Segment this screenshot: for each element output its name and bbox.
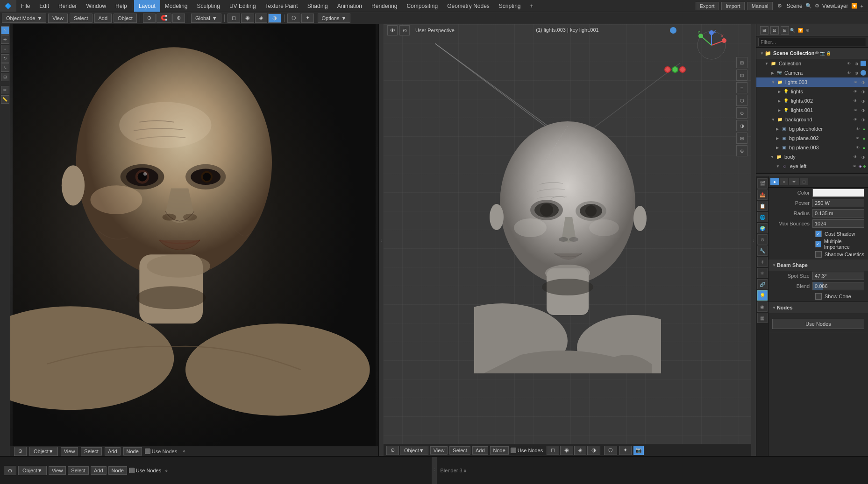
prop-view-layer-btn[interactable]: 📋: [757, 201, 768, 211]
spot-light-tab[interactable]: ●: [770, 178, 779, 185]
camera-arrow[interactable]: [771, 71, 774, 75]
tool-move[interactable]: ↔: [1, 45, 9, 53]
bottom-split[interactable]: ⋮: [432, 457, 437, 484]
sc-render-icon[interactable]: 📷: [820, 51, 825, 56]
bl-select-btn[interactable]: Select: [68, 466, 89, 475]
body-arrow[interactable]: [770, 155, 774, 159]
sun-light-tab[interactable]: ☀: [789, 178, 799, 185]
rv-object-btn[interactable]: Object ▼: [400, 446, 428, 455]
multiple-importance-checkbox[interactable]: [815, 241, 821, 247]
bgp002-vis[interactable]: 👁: [854, 135, 861, 141]
workspace-rendering[interactable]: Rendering: [367, 0, 402, 12]
menu-item-file[interactable]: File: [16, 0, 35, 12]
prop-scene-btn[interactable]: 🌐: [757, 212, 768, 222]
l003-vis-btn[interactable]: 👁: [852, 79, 859, 85]
lv-select-btn[interactable]: Select: [81, 447, 102, 456]
right-3d-viewport[interactable]: 👁 ⊙ User Perspective (1) lights.003 | ke…: [384, 24, 751, 456]
rv-node-btn[interactable]: Node: [490, 446, 509, 455]
er-vis[interactable]: 👁: [851, 172, 858, 173]
rt-btn-4[interactable]: ⬡: [736, 95, 747, 106]
cam-render-btn[interactable]: ◑: [853, 70, 860, 76]
coll-vis-btn[interactable]: 👁: [846, 60, 852, 67]
workspace-texture-paint[interactable]: Texture Paint: [261, 0, 303, 12]
outliner-item-collection[interactable]: 📁 Collection 👁 ◑: [756, 59, 868, 68]
prop-particles-btn[interactable]: ✳: [757, 257, 768, 267]
menu-item-window[interactable]: Window: [81, 0, 111, 12]
menu-item-render[interactable]: Render: [54, 0, 81, 12]
nodes-header[interactable]: Nodes: [768, 302, 868, 313]
vp-view-type-btn[interactable]: 👁: [387, 25, 398, 35]
bgp-vis[interactable]: 👁: [854, 126, 861, 132]
rt-btn-6[interactable]: ◑: [736, 120, 747, 131]
outliner-icon-btn-3[interactable]: ⊟: [781, 26, 789, 35]
el-arrow[interactable]: [776, 164, 780, 168]
l002-vis-btn[interactable]: 👁: [852, 98, 859, 104]
rt-btn-1[interactable]: ⊞: [736, 57, 747, 68]
outliner-item-background[interactable]: 📁 background 👁 ◑: [756, 115, 868, 124]
filter-btn-2[interactable]: 🔽: [797, 28, 804, 33]
lights002-arrow[interactable]: [778, 99, 781, 103]
select-btn[interactable]: Select: [70, 14, 92, 23]
show-cone-checkbox[interactable]: [815, 293, 822, 300]
tool-cursor[interactable]: ✛: [1, 35, 9, 44]
solid-btn[interactable]: ◉: [241, 14, 254, 23]
filter-btn-3[interactable]: ⊕: [805, 28, 811, 33]
rv-shade-1[interactable]: ◻: [547, 446, 559, 455]
left-right-split[interactable]: ⋮: [379, 24, 384, 456]
prop-data-btn[interactable]: 💡: [757, 290, 768, 301]
outliner-item-bgplane003[interactable]: ▣ bg plane.003 👁 ▲: [756, 143, 868, 152]
tool-select[interactable]: ↖: [1, 26, 9, 35]
maxbounces-value[interactable]: 1024: [812, 219, 864, 228]
bl-mode-btn[interactable]: ⊙: [4, 466, 16, 475]
color-swatch[interactable]: [812, 189, 864, 197]
view-btn[interactable]: View: [48, 14, 68, 23]
mode-selector[interactable]: Object Mode ▼: [2, 14, 46, 23]
cast-shadow-checkbox[interactable]: [815, 231, 822, 237]
bgp003-vis[interactable]: 👁: [854, 144, 861, 151]
workspace-scripting[interactable]: Scripting: [494, 0, 526, 12]
lv-add-btn[interactable]: Add: [105, 447, 121, 456]
rv-shade-3[interactable]: ◈: [574, 446, 586, 455]
bl-obj-btn[interactable]: Object ▼: [18, 466, 47, 475]
blend-value[interactable]: 0.086: [812, 282, 864, 290]
gizmo-btn[interactable]: ✦: [301, 14, 314, 23]
beam-shape-header[interactable]: Beam Shape: [768, 260, 868, 271]
workspace-shading[interactable]: Shading: [303, 0, 333, 12]
filter-btn-1[interactable]: 🔍: [789, 28, 796, 33]
vp-gizmo-btn[interactable]: ⊙: [399, 25, 410, 35]
prop-world-btn[interactable]: 🌍: [757, 223, 768, 233]
rt-btn-7[interactable]: ⊟: [736, 133, 747, 144]
rv-view-btn[interactable]: View: [430, 446, 448, 455]
workspace-modeling[interactable]: Modeling: [160, 0, 192, 12]
workspace-animation[interactable]: Animation: [333, 0, 367, 12]
workspace-compositing[interactable]: Compositing: [402, 0, 442, 12]
menu-item-help[interactable]: Help: [111, 0, 132, 12]
prop-physics-btn[interactable]: ⚛: [757, 268, 768, 278]
bgp002-arrow[interactable]: [776, 136, 779, 140]
left-viewport[interactable]: ⊙ Object ▼ View Select Add Node Use Node…: [10, 24, 379, 456]
bgp-arrow[interactable]: [776, 127, 779, 131]
bl-use-nodes[interactable]: Use Nodes: [129, 468, 161, 473]
lights003-arrow[interactable]: [771, 80, 775, 84]
overlay-btn[interactable]: ⬡: [287, 14, 300, 23]
outliner-icon-btn-1[interactable]: ⊞: [760, 26, 768, 35]
object-btn[interactable]: Object: [114, 14, 137, 23]
rv-shade-4[interactable]: ◑: [587, 446, 600, 455]
manual-btn[interactable]: Manual: [747, 2, 773, 10]
outliner-icon-btn-2[interactable]: ⊡: [770, 26, 779, 35]
workspace-add[interactable]: +: [526, 0, 538, 12]
outliner-search-input[interactable]: [758, 38, 866, 46]
use-nodes-btn[interactable]: Use Nodes: [772, 319, 864, 329]
lv-view-btn[interactable]: View: [61, 447, 78, 456]
bg-vis-btn[interactable]: 👁: [852, 116, 859, 123]
workspace-sculpting[interactable]: Sculpting: [192, 0, 225, 12]
bl-keyframe-icon[interactable]: ⋄: [165, 468, 168, 473]
background-arrow[interactable]: [771, 118, 775, 122]
l001-vis-btn[interactable]: 👁: [852, 107, 859, 113]
radius-value[interactable]: 0.135 m: [812, 209, 864, 217]
rv-shade-2[interactable]: ◉: [560, 446, 573, 455]
lights-arrow[interactable]: [778, 90, 781, 94]
point-light-tab[interactable]: ○: [780, 178, 788, 185]
rv-camera-btn[interactable]: 📷: [633, 446, 644, 455]
rt-btn-2[interactable]: ⊡: [736, 70, 747, 81]
